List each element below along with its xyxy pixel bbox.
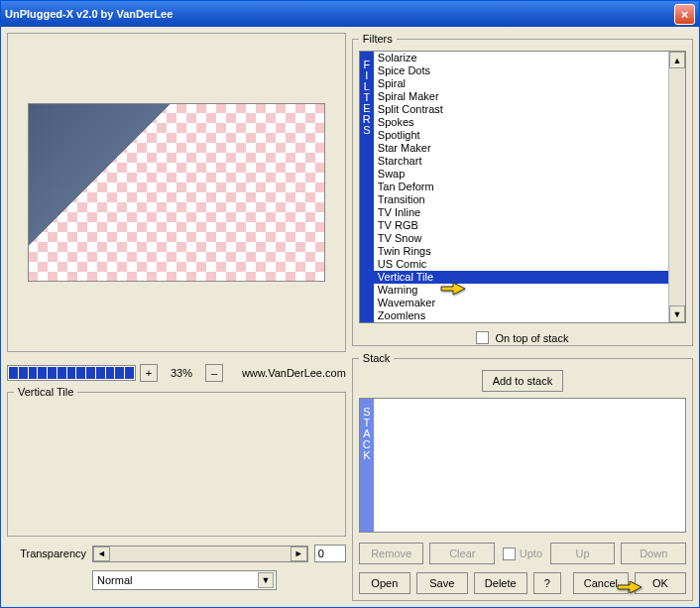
remove-button[interactable]: Remove xyxy=(359,543,424,564)
upto-checkbox[interactable] xyxy=(503,547,516,560)
ontop-label: On top of stack xyxy=(495,332,568,344)
transparency-slider[interactable]: ◄ ► xyxy=(92,546,308,562)
list-item[interactable]: US Comic xyxy=(374,258,668,271)
transparency-row: Transparency ◄ ► xyxy=(7,545,346,562)
left-pane: + 33% – www.VanDerLee.com Vertical Tile … xyxy=(7,33,346,601)
filter-settings-legend: Vertical Tile xyxy=(14,386,77,398)
stack-buttons-row: Remove Clear Upto Up Down xyxy=(359,543,686,564)
progress-bar xyxy=(7,365,136,381)
ok-button[interactable]: OK xyxy=(635,572,686,594)
add-to-stack-button[interactable]: Add to stack xyxy=(482,370,564,392)
titlebar: UnPlugged-X v2.0 by VanDerLee × xyxy=(1,1,699,27)
list-item[interactable]: Spice Dots xyxy=(374,64,668,77)
chevron-down-icon: ▼ xyxy=(258,572,274,588)
blend-mode-value: Normal xyxy=(97,574,132,586)
list-item[interactable]: Spiral xyxy=(374,77,668,90)
list-item[interactable]: Starchart xyxy=(374,155,668,168)
save-button[interactable]: Save xyxy=(416,572,468,594)
list-item[interactable]: Zoomlens xyxy=(374,309,668,322)
list-item[interactable]: Tan Deform xyxy=(374,181,668,193)
filter-settings-group: Vertical Tile xyxy=(7,386,346,537)
stack-list[interactable] xyxy=(374,399,685,532)
zoom-value: 33% xyxy=(162,367,201,379)
list-item[interactable]: Twin Rings xyxy=(374,245,668,258)
slider-right-arrow-icon[interactable]: ► xyxy=(291,547,307,561)
filters-sidelabel: FILTERS xyxy=(360,52,374,322)
blend-mode-select[interactable]: Normal ▼ xyxy=(92,570,277,590)
list-item[interactable]: Star Maker xyxy=(374,142,668,155)
up-button[interactable]: Up xyxy=(550,543,616,564)
upto-label: Upto xyxy=(520,547,542,559)
list-item[interactable]: Swap xyxy=(374,168,668,181)
stack-sidelabel: STACK xyxy=(360,399,374,532)
zoom-in-button[interactable]: + xyxy=(140,364,158,382)
filters-group: Filters FILTERS SolarizeSpice DotsSpiral… xyxy=(352,33,693,346)
website-link[interactable]: www.VanDerLee.com xyxy=(242,367,346,379)
add-row: Add to stack xyxy=(359,370,686,392)
stack-group: Stack Add to stack STACK Remove Clear Up… xyxy=(352,352,693,601)
close-button[interactable]: × xyxy=(674,4,695,25)
list-item[interactable]: Solarize xyxy=(374,52,668,64)
list-item[interactable]: TV Snow xyxy=(374,232,668,245)
preview-frame xyxy=(7,33,346,352)
preview-image xyxy=(28,103,325,282)
app-window: UnPlugged-X v2.0 by VanDerLee × + 33% – … xyxy=(0,0,700,608)
stack-list-wrap: STACK xyxy=(359,398,686,533)
list-item[interactable]: Split Contrast xyxy=(374,103,668,116)
window-title: UnPlugged-X v2.0 by VanDerLee xyxy=(5,8,173,20)
transparency-label: Transparency xyxy=(7,547,86,559)
ontop-row: On top of stack xyxy=(359,331,686,344)
scroll-up-arrow-icon[interactable]: ▲ xyxy=(669,52,685,68)
slider-track[interactable] xyxy=(110,547,291,561)
filters-legend: Filters xyxy=(359,33,397,45)
ontop-checkbox[interactable] xyxy=(476,331,489,344)
delete-button[interactable]: Delete xyxy=(474,572,527,594)
list-item[interactable]: Spotlight xyxy=(374,129,668,142)
zoom-out-button[interactable]: – xyxy=(205,364,223,382)
scroll-down-arrow-icon[interactable]: ▼ xyxy=(669,305,685,322)
stack-legend: Stack xyxy=(359,352,395,364)
slider-left-arrow-icon[interactable]: ◄ xyxy=(93,547,110,561)
list-item[interactable]: Wavemaker xyxy=(374,297,668,309)
help-button[interactable]: ? xyxy=(533,572,561,594)
filters-scrollbar[interactable]: ▲ ▼ xyxy=(668,52,685,322)
right-pane: Filters FILTERS SolarizeSpice DotsSpiral… xyxy=(352,33,693,601)
filters-list-wrap: FILTERS SolarizeSpice DotsSpiralSpiral M… xyxy=(359,51,686,323)
list-item[interactable]: TV Inline xyxy=(374,206,668,219)
list-item[interactable]: Warning xyxy=(374,284,668,297)
open-button[interactable]: Open xyxy=(359,572,410,594)
mode-row: Normal ▼ xyxy=(7,570,346,590)
down-button[interactable]: Down xyxy=(621,543,686,564)
transparency-input[interactable] xyxy=(314,545,346,562)
cancel-button[interactable]: Cancel xyxy=(573,572,629,594)
filters-list[interactable]: SolarizeSpice DotsSpiralSpiral MakerSpli… xyxy=(374,52,668,322)
list-item[interactable]: Spokes xyxy=(374,116,668,129)
main-content: + 33% – www.VanDerLee.com Vertical Tile … xyxy=(1,27,699,607)
list-item[interactable]: Transition xyxy=(374,193,668,206)
list-item[interactable]: TV RGB xyxy=(374,219,668,232)
zoom-row: + 33% – www.VanDerLee.com xyxy=(7,364,346,382)
list-item[interactable]: Vertical Tile xyxy=(374,271,668,284)
bottom-buttons-row: Open Save Delete ? Cancel OK xyxy=(359,572,686,594)
clear-button[interactable]: Clear xyxy=(429,543,495,564)
list-item[interactable]: Spiral Maker xyxy=(374,90,668,103)
